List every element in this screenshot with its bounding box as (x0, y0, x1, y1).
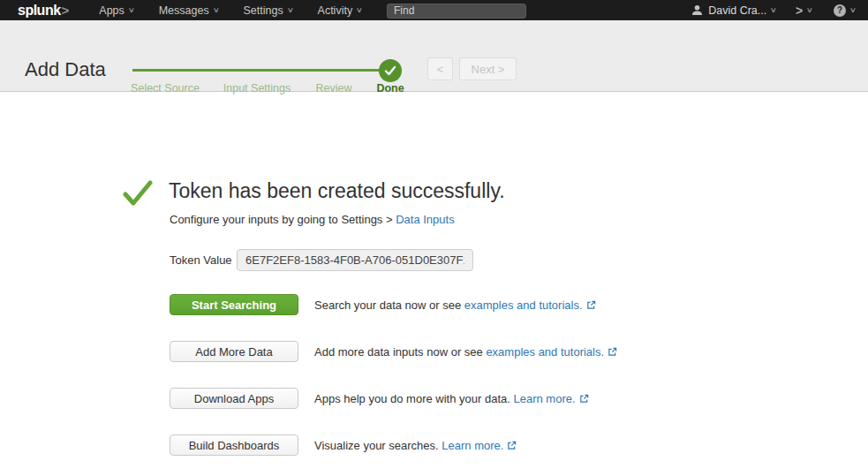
stepper-done-check-icon (379, 59, 402, 82)
add-more-data-button[interactable]: Add More Data (170, 341, 298, 362)
external-link-icon (608, 347, 617, 357)
action-row-add-more-data: Add More Data Add more data inputs now o… (170, 341, 617, 362)
wizard-header: Add Data Select Source Input Settings Re… (0, 20, 868, 92)
splunk-logo-caret-icon: > (62, 3, 70, 18)
action-description: Search your data now or see examples and… (314, 298, 596, 312)
step-input-settings: Input Settings (223, 82, 291, 94)
success-title: Token has been created successfully. (169, 179, 505, 203)
start-searching-button[interactable]: Start Searching (170, 294, 298, 315)
token-value-field[interactable] (237, 249, 473, 271)
nav-item-apps[interactable]: Apps ∨ (87, 0, 146, 20)
action-row-start-searching: Start Searching Search your data now or … (170, 294, 617, 315)
user-menu[interactable]: David Cra... ∨ (691, 4, 776, 17)
next-button[interactable]: Next > (459, 57, 517, 80)
chevron-down-icon: ∨ (770, 6, 777, 14)
help-menu[interactable]: ? ∨ (834, 4, 856, 17)
token-value-label: Token Value (170, 253, 237, 267)
external-link-icon (579, 394, 589, 404)
page-title: Add Data (25, 58, 106, 81)
chevron-down-icon: ∨ (128, 6, 135, 14)
learn-more-link[interactable]: Learn more. (513, 392, 575, 405)
next-steps-actions: Start Searching Search your data now or … (170, 294, 617, 476)
token-row: Token Value (170, 249, 473, 271)
step-done: Done (376, 82, 404, 94)
splunk-logo-text: splunk (18, 0, 61, 20)
nav-item-messages[interactable]: Messages ∨ (147, 0, 231, 20)
chevron-down-icon: ∨ (287, 6, 294, 14)
configure-hint-text: Configure your inputs by going to Settin… (170, 213, 396, 226)
action-row-download-apps: Download Apps Apps help you do more with… (170, 388, 617, 409)
help-icon: ? (834, 4, 846, 17)
action-description: Apps help you do more with your data. Le… (314, 392, 589, 405)
action-description: Add more data inputs now or see examples… (314, 345, 617, 359)
download-apps-button[interactable]: Download Apps (170, 388, 298, 409)
nav-item-activity[interactable]: Activity ∨ (306, 0, 374, 20)
learn-more-link[interactable]: Learn more. (442, 439, 503, 452)
configure-hint: Configure your inputs by going to Settin… (170, 213, 455, 226)
chevron-down-icon: ∨ (806, 6, 813, 14)
nav-menu: Apps ∨ Messages ∨ Settings ∨ Activity ∨ (87, 0, 374, 20)
step-select-source: Select Source (131, 82, 200, 94)
nav-right-group: David Cra... ∨ > ∨ ? ∨ (691, 4, 856, 18)
success-check-icon (123, 178, 153, 208)
splunk-logo[interactable]: splunk > (18, 0, 69, 20)
find-search-input[interactable] (387, 4, 526, 19)
chevron-down-icon: ∨ (213, 6, 220, 14)
back-button[interactable]: < (427, 57, 453, 80)
external-link-icon (507, 441, 517, 450)
add-data-done-page: splunk > Apps ∨ Messages ∨ Settings ∨ Ac… (0, 0, 868, 476)
step-review: Review (316, 82, 352, 94)
arrow-right-icon: > (796, 4, 803, 18)
find-search (387, 2, 526, 19)
user-name: David Cra... (708, 4, 766, 17)
examples-tutorials-link[interactable]: examples and tutorials. (486, 345, 604, 359)
action-row-build-dashboards: Build Dashboards Visualize your searches… (170, 434, 617, 456)
build-dashboards-button[interactable]: Build Dashboards (170, 434, 298, 456)
chevron-down-icon: ∨ (849, 6, 857, 14)
nav-item-settings[interactable]: Settings ∨ (231, 0, 306, 20)
external-link-icon (586, 300, 596, 310)
action-description: Visualize your searches. Learn more. (314, 439, 517, 452)
data-inputs-link[interactable]: Data Inputs (396, 213, 455, 226)
examples-tutorials-link[interactable]: examples and tutorials. (464, 298, 583, 312)
chevron-down-icon: ∨ (356, 6, 363, 14)
user-icon (691, 4, 703, 16)
quick-links-menu[interactable]: > ∨ (796, 4, 812, 18)
top-navbar: splunk > Apps ∨ Messages ∨ Settings ∨ Ac… (0, 0, 868, 20)
stepper-progress-line (132, 69, 387, 72)
